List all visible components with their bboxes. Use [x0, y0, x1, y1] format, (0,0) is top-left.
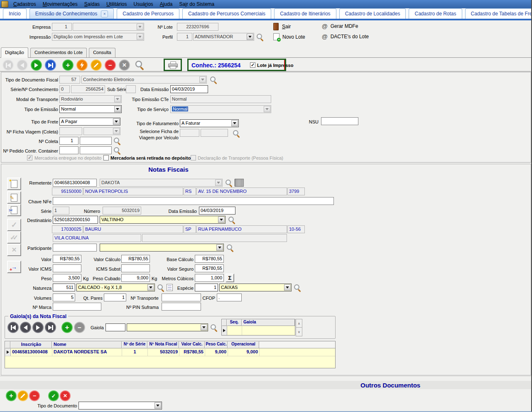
destinatario-cnpj-field[interactable]: 52501822000150: [53, 216, 98, 224]
participante-search-icon[interactable]: [226, 244, 234, 252]
subtab-consulta[interactable]: Consulta: [89, 48, 115, 57]
next-record-button[interactable]: [31, 59, 42, 71]
outros-confirm-button[interactable]: ✓: [48, 390, 59, 401]
tipo-doc-search-icon[interactable]: [210, 76, 218, 84]
tab-cadastro-de-localidades[interactable]: Cadastro de Localidades: [339, 8, 406, 19]
tipo-frete-combo[interactable]: A Pagar: [59, 118, 120, 126]
data-emissao-field[interactable]: 04/03/2019: [170, 85, 208, 93]
cancel-button[interactable]: ✕: [119, 59, 130, 71]
insert-button[interactable]: +: [62, 59, 74, 71]
menu-item-cadastros[interactable]: Cadastros: [10, 0, 39, 8]
valor-icms-field[interactable]: [53, 264, 81, 272]
tab-cadastro-de-itinerarios[interactable]: Cadastro de Itinerários: [274, 8, 336, 19]
perfil-search-icon[interactable]: [256, 33, 264, 41]
gaiola-prior-button[interactable]: [20, 322, 31, 333]
novo-lote-button[interactable]: + Novo Lote: [273, 33, 305, 40]
nf-transfer-button[interactable]: →+: [7, 261, 21, 273]
peso-field[interactable]: 3,500: [53, 274, 81, 282]
tab-cadastro-de-rotas[interactable]: Cadastro de Rotas: [409, 8, 462, 19]
lote-ja-impresso-checkbox[interactable]: [250, 62, 255, 68]
ficha-veiculo-search-icon[interactable]: [233, 130, 240, 138]
especie-combo[interactable]: CAIXAS: [219, 284, 292, 291]
sair-button[interactable]: Sair: [273, 23, 291, 30]
remetente-cnpj-field[interactable]: 00465813000408: [53, 179, 97, 187]
coleta-code-field[interactable]: 1: [59, 137, 78, 145]
outros-insert-button[interactable]: +: [6, 390, 17, 401]
menu-item-utilitarios[interactable]: Utilitários: [103, 0, 130, 8]
barcode-icon[interactable]: [235, 179, 244, 187]
gaiola-delete-button[interactable]: −: [74, 322, 85, 333]
dactes-do-lote-button[interactable]: @ DACTE's do Lote: [322, 33, 369, 40]
menu-item-usuarios[interactable]: Usuários: [130, 0, 156, 8]
gaiola-scroll-down-icon[interactable]: ∨: [296, 327, 302, 336]
cfop-field[interactable]: .: [217, 294, 242, 301]
prior-record-button[interactable]: [17, 59, 28, 71]
valor-field[interactable]: R$780,55: [53, 255, 81, 263]
nsu-field[interactable]: [321, 117, 358, 125]
nf-edit-button[interactable]: ✎: [7, 191, 21, 204]
tab-close-icon[interactable]: ×: [101, 10, 108, 17]
pedido-search-icon[interactable]: [113, 147, 121, 155]
n-pin-suframa-field[interactable]: [162, 303, 201, 311]
delete-button[interactable]: −: [105, 59, 116, 71]
icms-subst-field[interactable]: [121, 264, 150, 272]
tipo-documento-combo[interactable]: [78, 402, 162, 410]
n-marca-field[interactable]: [53, 303, 101, 311]
notas-grid-row[interactable]: 00465813000408 DAKOTA NORDESTE SA 1 5032…: [5, 348, 335, 356]
gaiola-code-field[interactable]: [105, 323, 125, 331]
menu-item-sair-do-sistema[interactable]: Sair do Sistema: [176, 0, 218, 8]
post-button[interactable]: [76, 59, 88, 71]
natureza-list-icon[interactable]: [167, 284, 173, 291]
gaiola-scroll-up-icon[interactable]: ∧: [296, 319, 302, 328]
gaiola-first-button[interactable]: [7, 322, 19, 333]
gerar-mdfe-button[interactable]: @ Gerar MDFe: [322, 23, 358, 30]
gaiola-combo[interactable]: [127, 323, 208, 331]
n-transporte-field[interactable]: [162, 294, 201, 301]
gaiola-search-icon[interactable]: [210, 324, 218, 332]
natureza-combo[interactable]: CALCADO - Kg X 1,8: [76, 284, 155, 291]
participante-cnpj-field[interactable]: [53, 244, 97, 252]
subtab-digitacao[interactable]: Digitação: [1, 47, 28, 58]
subtab-conhecimentos-do-lote[interactable]: Conhecimentos do Lote: [30, 48, 87, 57]
destinatario-search-icon[interactable]: [228, 216, 236, 224]
pedido-code-field[interactable]: [59, 146, 78, 154]
coleta-field[interactable]: [80, 137, 112, 145]
tipo-emissao-combo[interactable]: Normal: [59, 105, 122, 113]
first-record-button[interactable]: [2, 59, 14, 71]
print-button[interactable]: [164, 59, 182, 71]
remetente-search-icon[interactable]: [225, 179, 233, 187]
outros-edit-button[interactable]: [17, 390, 28, 401]
nf-data-emissao-field[interactable]: 04/03/2019: [199, 207, 235, 215]
mercadoria-retirada-checkbox[interactable]: [103, 155, 109, 160]
tab-cadastro-de-percursos-comerciais[interactable]: Cadastro de Percursos Comerciais: [182, 8, 271, 19]
last-record-button[interactable]: [45, 59, 56, 71]
search-icon[interactable]: [135, 60, 145, 70]
nf-cut-button[interactable]: ✂: [7, 204, 21, 216]
tab-inicio[interactable]: Início: [3, 8, 27, 19]
natureza-code-field[interactable]: 511: [53, 284, 75, 291]
tab-cadastro-de-percursos[interactable]: Cadastro de Percursos: [117, 8, 179, 19]
outros-cancel-button[interactable]: ✕: [60, 390, 71, 401]
outros-delete-button[interactable]: −: [29, 390, 40, 401]
chave-nfe-field[interactable]: [53, 197, 334, 205]
coleta-search-icon[interactable]: [113, 137, 121, 145]
gaiola-next-button[interactable]: [32, 322, 44, 333]
menu-item-movimentacoes[interactable]: Movimentações: [39, 0, 81, 8]
gaiola-last-button[interactable]: [45, 322, 56, 333]
peso-cubado-field[interactable]: 9,000: [121, 274, 150, 282]
natureza-search-icon[interactable]: [157, 284, 165, 292]
edit-button[interactable]: [91, 59, 102, 71]
qt-p ares-field[interactable]: 1: [104, 294, 126, 301]
tab-cadastro-de-tabelas-de-fretes[interactable]: Cadastro de Tabelas de Fretes: [465, 8, 532, 19]
tipo-faturamento-combo[interactable]: A Faturar: [180, 119, 239, 127]
sum-button[interactable]: Σ: [226, 274, 234, 282]
especie-search-icon[interactable]: [294, 284, 302, 292]
metros-cubicos-field[interactable]: 1,000: [195, 274, 224, 282]
menu-item-saidas[interactable]: Saídas: [81, 0, 103, 8]
especie-code-field[interactable]: 1: [195, 284, 218, 291]
tab-emissao-de-conhecimentos[interactable]: Emissão de Conhecimentos ×: [29, 8, 114, 19]
nf-new-button[interactable]: ★: [7, 178, 21, 190]
gaiola-insert-button[interactable]: +: [61, 322, 73, 333]
menu-item-ajuda[interactable]: Ajuda: [157, 0, 176, 8]
participante-combo[interactable]: [100, 244, 224, 252]
